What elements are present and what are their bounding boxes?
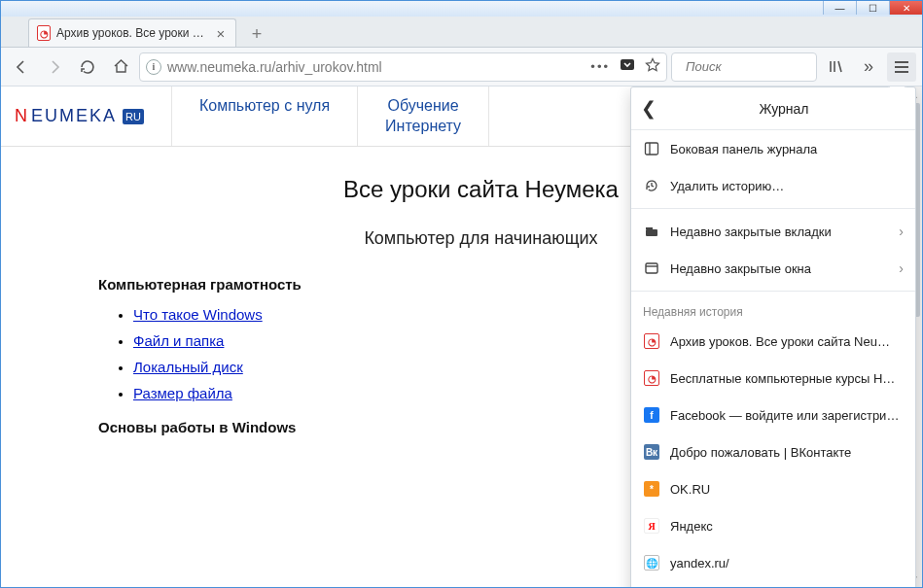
history-favicon: ◔ — [643, 332, 660, 350]
nav-item-basics[interactable]: Компьютер с нуля — [171, 86, 357, 146]
maximize-button[interactable]: ☐ — [856, 1, 889, 15]
pocket-icon[interactable] — [620, 57, 635, 76]
history-sidebar-row[interactable]: Боковая панель журнала — [631, 130, 915, 167]
history-item[interactable]: ЯЯндекс — [631, 507, 915, 544]
recently-closed-tabs-row[interactable]: Недавно закрытые вкладки › — [631, 213, 915, 250]
home-icon — [113, 58, 129, 75]
history-item-label: Facebook — войдите или зарегистри… — [670, 408, 904, 423]
browser-tab[interactable]: ◔ Архив уроков. Все уроки сай × — [28, 18, 236, 47]
forward-arrow-icon — [46, 58, 63, 76]
url-bar[interactable]: i www.neumeka.ru/arhiv_urokov.html ••• — [139, 52, 667, 82]
content-link[interactable]: Размер файла — [133, 385, 232, 401]
closed-tab-icon — [643, 223, 660, 240]
library-button[interactable] — [821, 52, 850, 82]
history-item[interactable]: fFacebook — войдите или зарегистри… — [631, 397, 915, 433]
chevron-right-icon: › — [899, 224, 904, 239]
site-nav: Компьютер с нуля Обучение Интернету — [171, 86, 489, 146]
panel-title: Журнал — [662, 101, 905, 117]
toolbar: i www.neumeka.ru/arhiv_urokov.html ••• » — [1, 48, 922, 86]
history-item[interactable]: ЯЯндекс — [631, 581, 915, 587]
svg-rect-7 — [646, 263, 657, 273]
logo-part1: N — [15, 106, 29, 126]
history-favicon: f — [643, 406, 660, 424]
sidebar-panel-icon — [643, 140, 660, 157]
home-button[interactable] — [106, 52, 135, 82]
back-arrow-icon — [13, 58, 30, 76]
history-item[interactable]: ◔Архив уроков. Все уроки сайта Neu… — [631, 323, 915, 360]
recently-closed-windows-row[interactable]: Недавно закрытые окна › — [631, 250, 915, 287]
svg-rect-5 — [646, 229, 657, 236]
bookmark-star-icon[interactable] — [645, 57, 660, 76]
history-favicon: * — [643, 480, 660, 498]
history-panel: ❮ Журнал Боковая панель журнала Удалить … — [630, 86, 916, 587]
history-item-label: Бесплатные компьютерные курсы Н… — [670, 371, 904, 386]
os-titlebar: — ☐ ✕ — [1, 1, 922, 17]
panel-back-button[interactable]: ❮ — [641, 97, 662, 120]
content-link[interactable]: Что такое Windows — [133, 306, 263, 323]
tab-favicon: ◔ — [37, 26, 51, 40]
minimize-button[interactable]: — — [823, 1, 856, 15]
history-item-label: Архив уроков. Все уроки сайта Neu… — [670, 334, 904, 349]
search-box[interactable] — [671, 52, 817, 82]
tab-strip: ◔ Архив уроков. Все уроки сай × + — [1, 17, 922, 48]
tab-title: Архив уроков. Все уроки сай — [56, 26, 208, 40]
svg-rect-6 — [646, 227, 653, 229]
forward-button[interactable] — [40, 52, 69, 82]
tab-close-button[interactable]: × — [214, 26, 228, 40]
history-item-label: OK.RU — [670, 482, 904, 497]
content-link[interactable]: Локальный диск — [133, 359, 243, 375]
close-window-button[interactable]: ✕ — [889, 1, 922, 15]
panel-header: ❮ Журнал — [631, 87, 915, 130]
site-info-icon[interactable]: i — [146, 59, 161, 75]
history-item[interactable]: ВкДобро пожаловать | ВКонтакте — [631, 433, 915, 470]
reload-button[interactable] — [73, 52, 102, 82]
closed-window-icon — [643, 259, 660, 277]
site-logo[interactable]: N EUMEKA RU — [15, 106, 144, 126]
history-item-label: Яндекс — [670, 519, 904, 534]
app-menu-button[interactable] — [887, 52, 916, 82]
history-favicon: 🌐 — [643, 554, 660, 571]
svg-rect-3 — [646, 143, 658, 155]
content-area: N EUMEKA RU Компьютер с нуля Обучение Ин… — [1, 86, 922, 587]
svg-rect-0 — [621, 59, 634, 70]
new-tab-button[interactable]: + — [244, 21, 269, 47]
nav-item-internet[interactable]: Обучение Интернету — [357, 86, 489, 146]
back-button[interactable] — [7, 52, 36, 82]
history-favicon: ◔ — [643, 369, 660, 387]
clock-history-icon — [643, 177, 660, 194]
recent-history-section-label: Недавняя история — [631, 295, 915, 323]
history-item[interactable]: *OK.RU — [631, 470, 915, 507]
url-text: www.neumeka.ru/arhiv_urokov.html — [167, 59, 585, 75]
history-favicon: Вк — [643, 443, 660, 461]
history-item[interactable]: 🌐yandex.ru/ — [631, 544, 915, 581]
history-item[interactable]: ◔Бесплатные компьютерные курсы Н… — [631, 360, 915, 397]
overflow-button[interactable]: » — [854, 52, 883, 82]
clear-history-row[interactable]: Удалить историю… — [631, 167, 915, 204]
content-link[interactable]: Файл и папка — [133, 332, 224, 349]
library-icon — [828, 58, 844, 75]
history-favicon: Я — [643, 517, 660, 535]
logo-part2: EUMEKA — [31, 106, 117, 126]
logo-badge: RU — [123, 109, 144, 124]
browser-window: — ☐ ✕ ◔ Архив уроков. Все уроки сай × + — [0, 0, 923, 588]
history-item-label: yandex.ru/ — [670, 556, 904, 571]
chevron-right-icon: › — [899, 260, 904, 276]
reload-icon — [80, 59, 95, 75]
history-item-label: Добро пожаловать | ВКонтакте — [670, 445, 904, 460]
page-actions-icon[interactable]: ••• — [590, 59, 610, 74]
